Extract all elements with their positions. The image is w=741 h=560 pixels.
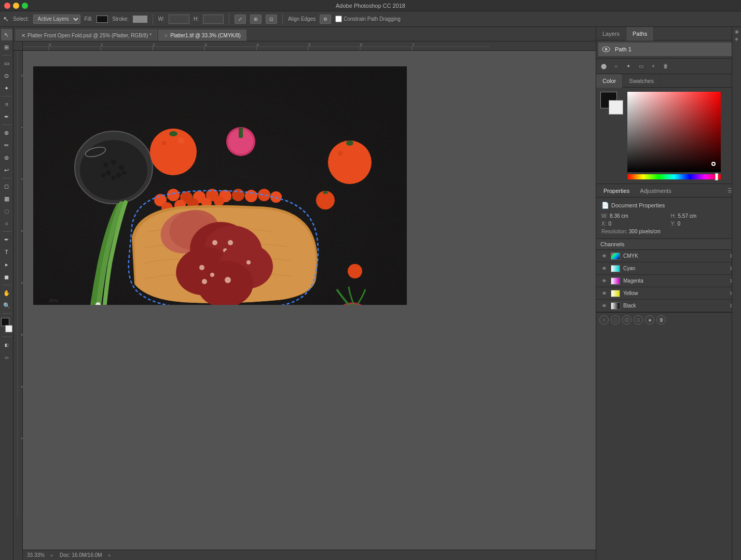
dodge-tool[interactable]: ○ (1, 218, 12, 229)
fill-color-swatch[interactable] (97, 16, 108, 23)
path-selection-btn[interactable]: ✦ (623, 61, 634, 72)
tab-1[interactable]: ✕ Platter1.tif @ 33.3% (CMYK/8) (158, 30, 246, 41)
maximize-button[interactable] (22, 3, 28, 9)
svg-rect-48 (239, 128, 243, 138)
delete-channel-btn[interactable]: 🗑 (656, 315, 666, 325)
screen-mode-btn[interactable]: ▭ (1, 352, 12, 363)
hue-slider[interactable] (627, 174, 721, 179)
svg-point-63 (214, 196, 224, 206)
quick-mask-btn[interactable]: ◧ (1, 339, 12, 351)
history-brush-tool[interactable]: ↩ (1, 164, 12, 176)
layers-tab[interactable]: Layers (596, 27, 626, 40)
tab-0[interactable]: ✕ Platter Front Open Fold.psd @ 25% (Pla… (16, 30, 157, 41)
yellow-visibility[interactable]: 👁 (600, 290, 608, 297)
load-channel-btn[interactable]: ○ (599, 315, 609, 325)
adjustments-tab[interactable]: Adjustments (637, 187, 675, 195)
align-icon[interactable]: ⊞ (250, 15, 262, 24)
close-button[interactable] (4, 3, 10, 9)
eraser-tool[interactable]: ◻ (1, 180, 12, 192)
marquee-tool[interactable]: ▭ (1, 58, 12, 69)
app-title: Adobe Photoshop CC 2018 (336, 3, 405, 9)
pen-tool[interactable]: ✒ (1, 234, 12, 245)
channel-cyan[interactable]: 👁 Cyan ⌘3 (596, 262, 741, 275)
channel-black[interactable]: 👁 Black ⌘6 (596, 300, 741, 312)
healing-tool[interactable]: ⊕ (1, 127, 12, 138)
warp-icon[interactable]: ⊡ (266, 15, 277, 24)
channel-cmyk[interactable]: 👁 CMYK ⌘2 (596, 250, 741, 262)
type-tool[interactable]: T (1, 246, 12, 258)
resolution-row: Resolution: 300 pixels/cm (601, 229, 736, 234)
channel-yellow[interactable]: 👁 Yellow ⌘5 (596, 287, 741, 300)
background-color[interactable] (5, 325, 12, 332)
constrain-checkbox[interactable] (335, 16, 342, 22)
stroke-path-btn[interactable]: ○ (611, 61, 621, 72)
gradient-tool[interactable]: ▦ (1, 193, 12, 204)
save-selection-btn[interactable]: ⬡ (622, 315, 632, 325)
make-mask-btn[interactable]: ▭ (636, 61, 646, 72)
move-tool[interactable]: ↖ (1, 29, 12, 40)
hand-tool[interactable]: ✋ (1, 287, 12, 299)
color-gradient-picker[interactable] (627, 92, 721, 172)
lasso-tool[interactable]: ⊙ (1, 70, 12, 81)
crop-tool[interactable]: ⌗ (1, 99, 12, 110)
window-controls[interactable] (4, 3, 28, 9)
cyan-label: Cyan (623, 265, 726, 271)
path-item-1[interactable]: Path 1 (598, 43, 739, 56)
properties-tab[interactable]: Properties (600, 187, 633, 195)
svg-point-35 (116, 173, 121, 178)
clone-tool[interactable]: ⊚ (1, 152, 12, 163)
background-swatch[interactable] (609, 100, 623, 115)
color-fg-bg[interactable] (600, 92, 623, 115)
camera-btn[interactable]: ◈ (645, 315, 654, 325)
stroke-color-swatch[interactable] (133, 16, 147, 23)
svg-point-31 (103, 162, 108, 167)
color-panel-icon[interactable]: ◉ (735, 29, 739, 34)
canvas-content[interactable]: 25% (23, 51, 596, 550)
swatches-tab[interactable]: Swatches (623, 74, 661, 88)
color-tab[interactable]: Color (596, 74, 623, 88)
black-visibility[interactable]: 👁 (600, 302, 608, 310)
height-input[interactable] (203, 15, 224, 24)
paths-tab[interactable]: Paths (626, 27, 654, 40)
hue-slider-handle[interactable] (715, 173, 718, 180)
svg-point-69 (348, 264, 362, 278)
svg-point-44 (162, 141, 166, 145)
svg-text:3: 3 (20, 230, 23, 232)
path-select-tool[interactable]: ▸ (1, 259, 12, 270)
divider-1 (153, 14, 153, 24)
zoom-tool[interactable]: 🔍 (1, 300, 12, 311)
blur-tool[interactable]: ◌ (1, 205, 12, 217)
resize-icon[interactable]: ⤢ (235, 15, 246, 24)
channel-as-selection-btn[interactable]: ◌ (611, 315, 620, 325)
adjust-panel-icon[interactable]: ◈ (735, 36, 738, 41)
minimize-button[interactable] (13, 3, 19, 9)
delete-path-btn[interactable]: 🗑 (661, 61, 671, 72)
path-visibility-icon[interactable] (601, 45, 611, 54)
select-dropdown[interactable]: Active Layers (33, 15, 80, 24)
canvas-wrapper[interactable]: 0 1 2 3 4 5 6 7 (13, 41, 596, 560)
tab-close-1[interactable]: ✕ (164, 33, 168, 38)
cmyk-visibility[interactable]: 👁 (600, 253, 608, 260)
svg-point-32 (111, 160, 116, 165)
fill-path-btn[interactable]: ⬤ (598, 61, 609, 72)
color-picker-area[interactable] (627, 92, 737, 179)
color-gradient-handle[interactable] (711, 162, 716, 166)
brush-tool[interactable]: ✏ (1, 139, 12, 151)
magic-wand-tool[interactable]: ✦ (1, 82, 12, 94)
gear-icon[interactable]: ⚙ (320, 15, 331, 24)
artboard-tool[interactable]: ⊞ (1, 41, 12, 53)
new-path-btn[interactable]: + (648, 61, 658, 72)
fg-bg-colors[interactable] (0, 318, 13, 332)
color-gradient-box[interactable] (627, 92, 721, 172)
shape-tool[interactable]: ◼ (1, 271, 12, 283)
new-channel-btn[interactable]: □ (634, 315, 643, 325)
width-input[interactable] (169, 15, 189, 24)
eyedropper-tool[interactable]: ✒ (1, 111, 12, 122)
select-label: Select: (13, 16, 29, 22)
cyan-visibility[interactable]: 👁 (600, 265, 608, 272)
res-label: Resolution: (601, 229, 627, 234)
svg-point-43 (169, 131, 177, 136)
magenta-visibility[interactable]: 👁 (600, 277, 608, 285)
channel-magenta[interactable]: 👁 Magenta ⌘4 (596, 275, 741, 287)
magenta-label: Magenta (623, 278, 726, 284)
